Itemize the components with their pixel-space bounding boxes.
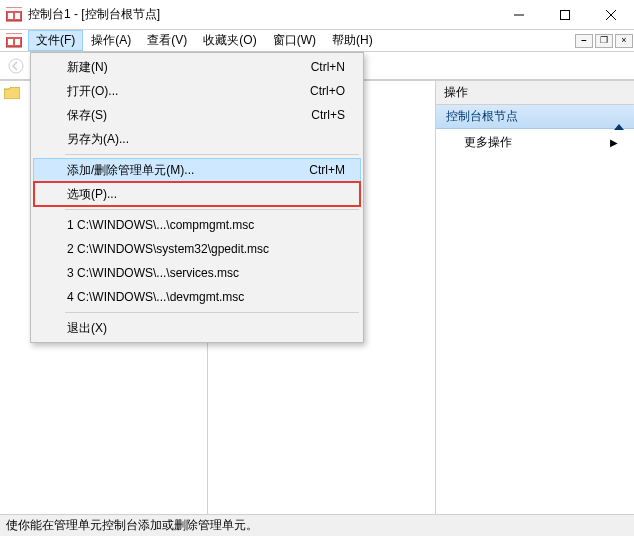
menu-item-label: 4 C:\WINDOWS\...\devmgmt.msc — [67, 290, 244, 304]
menu-item-label: 3 C:\WINDOWS\...\services.msc — [67, 266, 239, 280]
menu-item-shortcut: Ctrl+S — [311, 108, 345, 122]
back-button[interactable] — [4, 54, 28, 78]
menu-item-recent-1[interactable]: 1 C:\WINDOWS\...\compmgmt.msc — [33, 213, 361, 237]
title-bar: 控制台1 - [控制台根节点] — [0, 0, 634, 30]
actions-section-root[interactable]: 控制台根节点 — [436, 105, 634, 129]
actions-header: 操作 — [436, 81, 634, 105]
menu-item-label: 退出(X) — [67, 320, 107, 337]
svg-rect-1 — [6, 8, 22, 11]
mdi-close-button[interactable]: × — [615, 34, 633, 48]
actions-more-label: 更多操作 — [464, 134, 512, 151]
menu-window[interactable]: 窗口(W) — [265, 30, 324, 51]
close-button[interactable] — [588, 0, 634, 29]
svg-rect-10 — [8, 39, 13, 45]
svg-point-12 — [9, 59, 23, 73]
menu-bar: 文件(F) 操作(A) 查看(V) 收藏夹(O) 窗口(W) 帮助(H) ‒ ❐… — [0, 30, 634, 52]
menu-item-new[interactable]: 新建(N) Ctrl+N — [33, 55, 361, 79]
menu-item-label: 保存(S) — [67, 107, 107, 124]
svg-rect-3 — [15, 13, 20, 19]
menu-item-label: 添加/删除管理单元(M)... — [67, 162, 194, 179]
svg-rect-11 — [15, 39, 20, 45]
menu-item-label: 1 C:\WINDOWS\...\compmgmt.msc — [67, 218, 254, 232]
mdi-minimize-button[interactable]: ‒ — [575, 34, 593, 48]
menu-item-save[interactable]: 保存(S) Ctrl+S — [33, 103, 361, 127]
menu-item-shortcut: Ctrl+M — [309, 163, 345, 177]
menu-action[interactable]: 操作(A) — [83, 30, 139, 51]
menu-item-label: 打开(O)... — [67, 83, 118, 100]
menu-item-recent-4[interactable]: 4 C:\WINDOWS\...\devmgmt.msc — [33, 285, 361, 309]
file-menu-dropdown: 新建(N) Ctrl+N 打开(O)... Ctrl+O 保存(S) Ctrl+… — [30, 52, 364, 343]
menu-view[interactable]: 查看(V) — [139, 30, 195, 51]
menu-item-label: 选项(P)... — [67, 186, 117, 203]
menu-item-open[interactable]: 打开(O)... Ctrl+O — [33, 79, 361, 103]
actions-section-label: 控制台根节点 — [446, 108, 518, 125]
menu-separator — [65, 154, 359, 155]
menu-separator — [65, 209, 359, 210]
actions-more[interactable]: 更多操作 ▶ — [436, 129, 634, 155]
mdi-restore-button[interactable]: ❐ — [595, 34, 613, 48]
menu-item-shortcut: Ctrl+N — [311, 60, 345, 74]
menu-file[interactable]: 文件(F) — [28, 30, 83, 51]
menu-help[interactable]: 帮助(H) — [324, 30, 381, 51]
folder-icon — [4, 87, 20, 99]
menu-favorites[interactable]: 收藏夹(O) — [195, 30, 264, 51]
collapse-icon — [614, 110, 624, 124]
menu-item-label: 另存为(A)... — [67, 131, 129, 148]
submenu-arrow-icon: ▶ — [610, 137, 618, 148]
mdi-icon[interactable] — [6, 33, 22, 48]
menu-item-recent-3[interactable]: 3 C:\WINDOWS\...\services.msc — [33, 261, 361, 285]
menu-item-recent-2[interactable]: 2 C:\WINDOWS\system32\gpedit.msc — [33, 237, 361, 261]
app-icon — [6, 7, 22, 23]
menu-item-shortcut: Ctrl+O — [310, 84, 345, 98]
menu-separator — [65, 312, 359, 313]
minimize-button[interactable] — [496, 0, 542, 29]
menu-item-options[interactable]: 选项(P)... — [33, 182, 361, 206]
menu-item-add-remove-snapin[interactable]: 添加/删除管理单元(M)... Ctrl+M — [33, 158, 361, 182]
menu-item-save-as[interactable]: 另存为(A)... — [33, 127, 361, 151]
actions-pane: 操作 控制台根节点 更多操作 ▶ — [436, 81, 634, 514]
svg-rect-5 — [561, 10, 570, 19]
status-text: 使你能在管理单元控制台添加或删除管理单元。 — [6, 517, 258, 534]
mdi-controls: ‒ ❐ × — [574, 30, 634, 51]
window-title: 控制台1 - [控制台根节点] — [28, 6, 496, 23]
svg-rect-2 — [8, 13, 13, 19]
svg-rect-9 — [6, 34, 22, 37]
maximize-button[interactable] — [542, 0, 588, 29]
menu-item-exit[interactable]: 退出(X) — [33, 316, 361, 340]
menu-item-label: 新建(N) — [67, 59, 108, 76]
window-controls — [496, 0, 634, 29]
menu-item-label: 2 C:\WINDOWS\system32\gpedit.msc — [67, 242, 269, 256]
status-bar: 使你能在管理单元控制台添加或删除管理单元。 — [0, 514, 634, 536]
